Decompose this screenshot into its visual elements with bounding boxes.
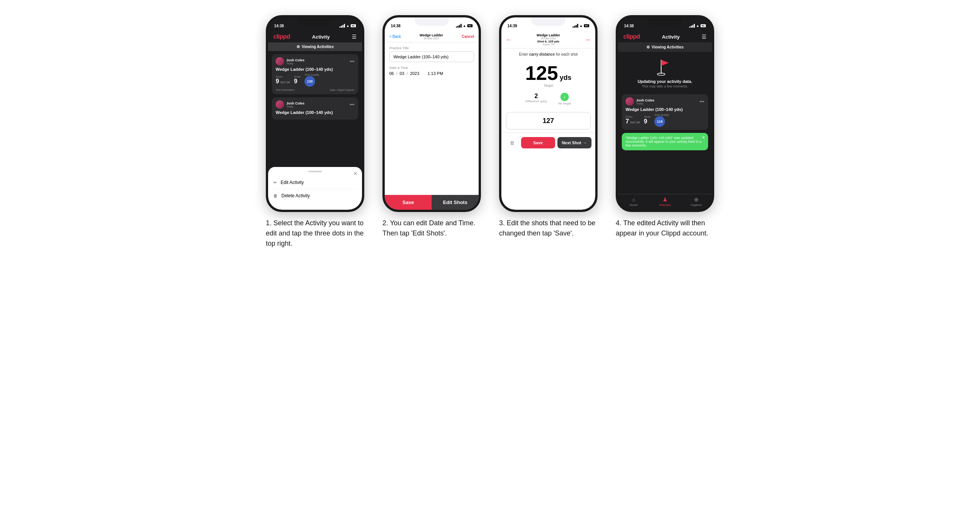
avatar-img-1 xyxy=(276,57,284,65)
phone-3-frame: 14:39 ▲ 5G ← Wedg xyxy=(499,15,598,212)
notch-1 xyxy=(298,17,332,26)
shots-value-1: 9 xyxy=(294,78,301,85)
card-title-4: Wedge Ladder (100–140 yds) xyxy=(625,107,704,112)
bar2 xyxy=(341,26,342,28)
bottom-sheet-1: ✕ ✏ Edit Activity 🗑 Delete Activity xyxy=(268,167,362,210)
app-header-4: clippd Activity ☰ xyxy=(618,31,712,43)
dots-menu-4[interactable]: ••• xyxy=(699,99,704,104)
phone-2-screen: 14:38 ▲ 5G < Back xyxy=(385,17,479,210)
bar2-2 xyxy=(457,26,458,28)
edit-activity-label: Edit Activity xyxy=(281,180,304,185)
delete-activity-item[interactable]: 🗑 Delete Activity xyxy=(274,189,357,202)
user-date-1: Today xyxy=(286,62,304,65)
phone-3-column: 14:39 ▲ 5G ← Wedg xyxy=(495,15,601,238)
activity-card-4[interactable]: Josh Coles Today ••• Wedge Ladder (100–1… xyxy=(622,94,708,130)
shot-stats-row-3: 2 Difference (yds) ✓ Hit Target xyxy=(501,89,595,109)
shot-bottom-btns-3: 🗑 Save Next Shot → xyxy=(501,132,595,152)
score-label-1: Score xyxy=(276,75,290,78)
practice-input-2[interactable] xyxy=(389,51,474,62)
dots-menu-1[interactable]: ••• xyxy=(350,59,355,64)
edit-shots-btn-2[interactable]: Edit Shots xyxy=(432,195,479,210)
activity-card-2[interactable]: Josh Coles Today ••• Wedge Ladder (100–1… xyxy=(272,97,358,120)
caption-4: 4. The edited Activity will then appear … xyxy=(616,218,714,238)
time-1: 14:38 xyxy=(274,24,284,28)
viewing-banner-4: ⚙ Viewing Activities xyxy=(618,43,712,52)
back-btn-2[interactable]: < Back xyxy=(389,35,401,39)
time-field-2[interactable]: 1:13 PM xyxy=(428,71,443,76)
app-title-1: Activity xyxy=(312,34,330,40)
activities-icon-4: ♟ xyxy=(663,197,668,203)
activity-card-1[interactable]: Josh Coles Today ••• Wedge Ladder (100–1… xyxy=(272,54,358,94)
app-logo-4: clippd xyxy=(623,33,640,40)
day-field-2[interactable]: 06 xyxy=(389,71,394,76)
card-user-4: Josh Coles Today xyxy=(625,97,654,106)
year-field-2[interactable]: 2023 xyxy=(410,71,419,76)
network-badge-3: 5G xyxy=(584,24,589,27)
distance-input-3[interactable] xyxy=(506,114,591,128)
phone-1-screen: 14:38 ▲ 5G clippd Activity xyxy=(268,17,362,210)
shots-label-4: Shots xyxy=(644,116,651,118)
distance-input-row-3: − + xyxy=(506,112,591,130)
next-shot-btn-3[interactable]: Next Shot → xyxy=(557,137,592,148)
quality-group-1: Shot Quality 130 xyxy=(304,73,319,87)
tab-activities-4[interactable]: ♟ Activities xyxy=(649,197,681,207)
card-user-1: Josh Coles Today xyxy=(276,57,304,65)
bar2-3 xyxy=(574,26,575,28)
edit-activity-item[interactable]: ✏ Edit Activity xyxy=(274,176,357,189)
difference-stat-3: 2 Difference (yds) xyxy=(526,93,547,105)
shot-nav-subtitle-3: 06 Mar 2023 xyxy=(536,37,560,40)
tab-home-4[interactable]: ⌂ Home xyxy=(618,197,649,207)
nav-subtitle-2: 06 Mar 2023 xyxy=(420,37,443,40)
tab-capture-4[interactable]: ⊕ Capture xyxy=(681,197,712,207)
quality-label-4: Shot Quality xyxy=(654,114,669,116)
hamburger-menu-1[interactable]: ☰ xyxy=(352,34,357,40)
user-info-2: Josh Coles Today xyxy=(286,102,304,108)
phone-3-screen: 14:39 ▲ 5G ← Wedg xyxy=(501,17,595,210)
sep1-2: / xyxy=(396,71,397,76)
user-info-1: Josh Coles Today xyxy=(286,58,304,65)
notch-2 xyxy=(415,17,449,26)
sheet-close-btn[interactable]: ✕ xyxy=(353,171,358,176)
next-shot-nav-btn[interactable]: → xyxy=(585,37,591,43)
quality-badge-1: 130 xyxy=(304,76,315,87)
next-shot-label-3: Next Shot xyxy=(562,140,581,145)
network-badge-1: 5G xyxy=(351,24,356,27)
avatar-img-4 xyxy=(625,97,634,106)
card-stats-4: Score 7 OUT OF Shots 9 Shot Quality xyxy=(625,114,704,127)
bottom-btns-2: Save Edit Shots xyxy=(385,195,479,210)
home-label-4: Home xyxy=(630,203,638,207)
signal-1 xyxy=(339,24,345,28)
score-group-4: Score 7 OUT OF xyxy=(625,116,640,125)
save-shot-btn-3[interactable]: Save xyxy=(521,137,555,148)
score-label-4: Score xyxy=(625,116,640,118)
phone-1-column: 14:38 ▲ 5G clippd Activity xyxy=(262,15,368,249)
save-btn-2[interactable]: Save xyxy=(385,195,432,210)
activities-label-4: Activities xyxy=(659,203,671,207)
viewing-label-1: Viewing Activities xyxy=(302,44,334,49)
success-toast-4: "Wedge Ladder (100–140 yds)" was updated… xyxy=(622,133,708,150)
delete-shot-btn-3[interactable]: 🗑 xyxy=(505,136,519,149)
cancel-btn-2[interactable]: Cancel xyxy=(461,35,474,39)
datetime-row-2: 06 / 03 / 2023 1:13 PM xyxy=(389,71,474,76)
bar4-3 xyxy=(577,24,578,28)
month-field-2[interactable]: 03 xyxy=(399,71,404,76)
shot-nav-center-3: Wedge Ladder 06 Mar 2023 Shot 6, 125 yds… xyxy=(536,33,560,46)
score-value-4: 7 xyxy=(625,118,629,125)
form-section-2: Practice Title Date & Time 06 / 03 / 202… xyxy=(385,43,479,195)
prev-shot-btn[interactable]: ← xyxy=(506,37,512,43)
practice-label-2: Practice Title xyxy=(389,46,474,50)
toast-close-btn-4[interactable]: ✕ xyxy=(702,135,705,140)
hit-target-icon-3: ✓ xyxy=(560,93,569,101)
avatar-1 xyxy=(276,57,284,65)
score-value-1: 9 xyxy=(276,78,279,85)
caption-3: 3. Edit the shots that need to be change… xyxy=(499,218,598,238)
dots-menu-2[interactable]: ••• xyxy=(350,102,355,107)
filter-icon-4: ⚙ xyxy=(646,45,650,49)
hamburger-menu-4[interactable]: ☰ xyxy=(702,34,706,40)
app-title-4: Activity xyxy=(662,34,680,40)
card-header-2: Josh Coles Today ••• xyxy=(276,100,355,109)
card-title-2: Wedge Ladder (100–140 yds) xyxy=(276,110,355,115)
tab-bar-4: ⌂ Home ♟ Activities ⊕ Capture xyxy=(618,194,712,210)
outof-label-1: OUT OF xyxy=(280,81,290,84)
phone-4-column: 14:38 ▲ 5G clippd Activity xyxy=(612,15,718,238)
